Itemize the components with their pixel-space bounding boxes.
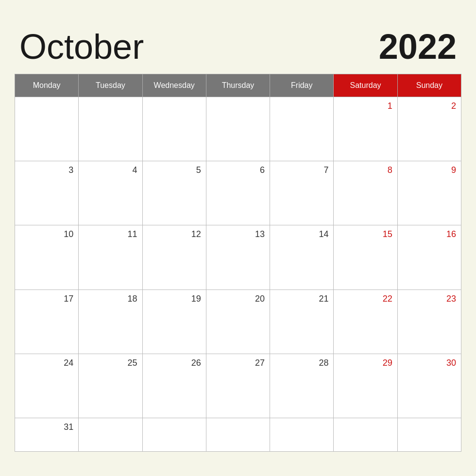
calendar-header: October 2022 xyxy=(15,24,461,74)
month-title: October xyxy=(19,29,144,64)
day-number: 17 xyxy=(20,294,73,304)
day-number: 13 xyxy=(211,229,265,239)
day-cell-last xyxy=(270,418,334,452)
day-cell-last xyxy=(206,418,270,452)
day-cell-last: 31 xyxy=(15,418,79,452)
calendar-table: MondayTuesdayWednesdayThursdayFridaySatu… xyxy=(15,74,461,452)
day-cell xyxy=(206,97,270,161)
day-number: 5 xyxy=(148,165,201,175)
day-number: 8 xyxy=(339,165,392,175)
week-row-3: 10111213141516 xyxy=(15,225,461,289)
day-cell: 11 xyxy=(79,225,142,289)
day-number: 4 xyxy=(84,165,137,175)
day-number: 1 xyxy=(339,101,392,111)
day-number: 15 xyxy=(339,229,392,239)
day-number: 2 xyxy=(403,101,456,111)
day-number: 29 xyxy=(339,358,392,368)
day-cell: 5 xyxy=(142,161,206,225)
day-number: 3 xyxy=(20,165,73,175)
day-cell xyxy=(79,97,142,161)
day-number: 18 xyxy=(84,294,137,304)
weekday-header-wednesday: Wednesday xyxy=(142,74,206,97)
day-number: 19 xyxy=(148,294,201,304)
day-number: 12 xyxy=(148,229,201,239)
year-title: 2022 xyxy=(379,29,457,64)
day-cell: 26 xyxy=(142,354,206,418)
day-number: 26 xyxy=(148,358,201,368)
day-number: 9 xyxy=(403,165,456,175)
day-cell: 16 xyxy=(397,225,461,289)
day-number: 16 xyxy=(403,229,456,239)
day-cell-last xyxy=(397,418,461,452)
day-number: 10 xyxy=(20,229,73,239)
day-cell xyxy=(142,97,206,161)
weekday-header-monday: Monday xyxy=(15,74,79,97)
weekday-header-saturday: Saturday xyxy=(334,74,397,97)
day-cell: 24 xyxy=(15,354,79,418)
day-number: 7 xyxy=(275,165,328,175)
day-number: 31 xyxy=(20,422,73,432)
week-row-2: 3456789 xyxy=(15,161,461,225)
day-cell: 15 xyxy=(334,225,397,289)
day-cell-last xyxy=(142,418,206,452)
day-number: 23 xyxy=(403,294,456,304)
weekday-header-row: MondayTuesdayWednesdayThursdayFridaySatu… xyxy=(15,74,461,97)
day-cell: 8 xyxy=(334,161,397,225)
weekday-header-friday: Friday xyxy=(270,74,334,97)
day-cell: 7 xyxy=(270,161,334,225)
day-number: 25 xyxy=(84,358,137,368)
week-row-5: 24252627282930 xyxy=(15,354,461,418)
day-number: 27 xyxy=(211,358,265,368)
day-number: 28 xyxy=(275,358,328,368)
day-cell: 25 xyxy=(79,354,142,418)
weekday-header-thursday: Thursday xyxy=(206,74,270,97)
weekday-header-sunday: Sunday xyxy=(397,74,461,97)
day-cell: 1 xyxy=(334,97,397,161)
week-row-1: 12 xyxy=(15,97,461,161)
day-cell: 19 xyxy=(142,289,206,354)
day-cell: 3 xyxy=(15,161,79,225)
day-number: 22 xyxy=(339,294,392,304)
day-cell: 17 xyxy=(15,289,79,354)
day-cell: 13 xyxy=(206,225,270,289)
weekday-header-tuesday: Tuesday xyxy=(79,74,142,97)
day-number: 24 xyxy=(20,358,73,368)
day-number: 11 xyxy=(84,229,137,239)
day-number: 20 xyxy=(211,294,265,304)
day-cell: 4 xyxy=(79,161,142,225)
day-cell: 23 xyxy=(397,289,461,354)
day-cell: 21 xyxy=(270,289,334,354)
day-cell: 28 xyxy=(270,354,334,418)
day-cell: 2 xyxy=(397,97,461,161)
day-cell: 10 xyxy=(15,225,79,289)
day-number: 30 xyxy=(403,358,456,368)
day-cell: 18 xyxy=(79,289,142,354)
day-cell: 22 xyxy=(334,289,397,354)
day-cell xyxy=(270,97,334,161)
day-cell: 9 xyxy=(397,161,461,225)
day-number: 21 xyxy=(275,294,328,304)
day-cell-last xyxy=(79,418,142,452)
day-cell: 14 xyxy=(270,225,334,289)
day-number: 14 xyxy=(275,229,328,239)
week-row-last: 31 xyxy=(15,418,461,452)
day-cell: 12 xyxy=(142,225,206,289)
day-number: 6 xyxy=(211,165,265,175)
day-cell: 6 xyxy=(206,161,270,225)
day-cell-last xyxy=(334,418,397,452)
day-cell: 20 xyxy=(206,289,270,354)
day-cell: 30 xyxy=(397,354,461,418)
day-cell xyxy=(15,97,79,161)
calendar-container: October 2022 MondayTuesdayWednesdayThurs… xyxy=(15,15,461,461)
week-row-4: 17181920212223 xyxy=(15,289,461,354)
calendar-body: 1234567891011121314151617181920212223242… xyxy=(15,97,461,452)
day-cell: 29 xyxy=(334,354,397,418)
day-cell: 27 xyxy=(206,354,270,418)
